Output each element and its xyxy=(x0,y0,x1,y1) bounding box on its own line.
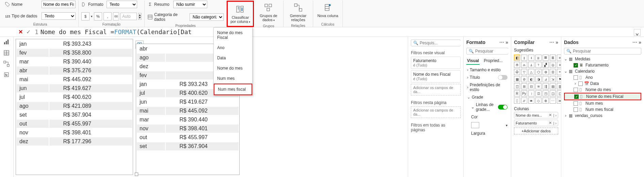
filter-card-faturamento[interactable]: Faturamento é (Tudo) xyxy=(411,57,461,69)
acc-grade[interactable]: ⌄Grade xyxy=(466,93,508,101)
table-row[interactable]: marR$ 390.440 xyxy=(17,58,132,66)
viz-icon[interactable]: ⫻ xyxy=(521,98,527,104)
tree-nome-mes-fiscal[interactable]: ✓⌷Nome do mes Fiscal xyxy=(564,93,641,100)
viz-icon[interactable]: Py xyxy=(521,90,527,97)
data-search[interactable]: 🔍 xyxy=(564,48,641,55)
viz-icon[interactable]: R xyxy=(514,90,520,97)
table-view-icon[interactable] xyxy=(3,50,10,57)
grade-toggle[interactable] xyxy=(498,105,508,109)
tab-visual[interactable]: Visual xyxy=(466,57,480,65)
viz-icon[interactable]: ⋯ xyxy=(550,98,556,104)
separator-button[interactable]: , xyxy=(103,12,112,20)
tab-properties[interactable]: Propried... xyxy=(483,57,503,65)
dropdown-item[interactable]: Nome do mes Fiscal xyxy=(214,28,252,43)
remove-field-icon[interactable]: ✕ xyxy=(549,121,552,125)
field-pill-nome-mes[interactable]: Nome do mes...✕ | › xyxy=(514,112,558,118)
viz-icon[interactable]: ≣ xyxy=(550,55,556,61)
viz-icon[interactable]: ⇶ xyxy=(543,83,549,89)
acc-predef[interactable]: ›Predefinições de estilo xyxy=(466,81,508,93)
decimals-input[interactable] xyxy=(120,13,137,20)
acc-tamanho[interactable]: ›Tamanho e estilo xyxy=(466,66,508,74)
add-data-button[interactable]: +Adicionar dados xyxy=(514,128,558,134)
viz-icon[interactable]: ▦ xyxy=(514,76,520,82)
acc-titulo[interactable]: ›Título xyxy=(466,74,508,81)
checkbox-icon[interactable]: ✓ xyxy=(574,94,579,99)
field-pill-faturamento[interactable]: Faturamento✕ | › xyxy=(514,120,558,126)
viz-icon[interactable]: ☲ xyxy=(535,90,542,97)
color-swatch[interactable] xyxy=(471,122,479,128)
cancel-formula-button[interactable]: ✕ xyxy=(18,29,23,35)
tree-ano[interactable]: ⌷Ano xyxy=(564,74,641,80)
checkbox-icon[interactable] xyxy=(574,107,578,112)
checkbox-icon[interactable] xyxy=(578,82,583,86)
sort-by-column-button[interactable]: Classificar por coluna ▾ xyxy=(228,2,252,25)
viz-icon[interactable]: ⊿ xyxy=(543,76,549,82)
data-groups-button[interactable]: Grupos de dados ▾ xyxy=(257,1,280,24)
viz-icon[interactable]: ▽ xyxy=(521,69,527,75)
add-fields-visual[interactable]: Adicionar os campos de da... xyxy=(411,84,461,95)
viz-pane-more[interactable]: ⋯ » xyxy=(549,40,558,45)
viz-icon[interactable]: ⊕ xyxy=(543,98,549,104)
viz-icon[interactable]: ≋ xyxy=(535,83,542,89)
viz-icon[interactable]: ⩕ xyxy=(521,62,527,68)
viz-icon[interactable]: ◑ xyxy=(535,76,542,82)
titulo-toggle[interactable] xyxy=(498,75,508,80)
table-row[interactable]: setR$ 367.904 xyxy=(17,111,132,119)
formula-expand-button[interactable]: ⌄ xyxy=(634,29,641,36)
table-row[interactable]: fevR$ 358.800 xyxy=(17,49,132,57)
dropdown-item-num-mes-fiscal[interactable]: Num mes fiscal xyxy=(214,84,252,95)
resize-handle[interactable] xyxy=(135,173,138,176)
viz-icon[interactable]: ▤ xyxy=(550,83,556,89)
viz-icon[interactable]: ◎ xyxy=(550,62,556,68)
viz-icon[interactable]: ⊘ xyxy=(521,76,527,82)
viz-icon[interactable]: ⩩ xyxy=(528,98,534,104)
manage-relations-button[interactable]: Gerenciar relações xyxy=(286,1,310,23)
viz-icon[interactable]: ◧ xyxy=(514,55,520,61)
viz-icon[interactable]: ◲ xyxy=(550,90,556,97)
table-row[interactable]: maiR$ 445.092 xyxy=(17,75,132,84)
table-row[interactable]: junR$ 419.627 xyxy=(137,98,239,106)
tree-num-mes-fiscal[interactable]: ⌷Num mes fiscal xyxy=(564,106,641,113)
dropdown-item[interactable]: Data xyxy=(214,53,252,63)
tree-data[interactable]: ›📅Data xyxy=(564,80,641,87)
viz-icon[interactable]: ⫾ xyxy=(528,55,534,61)
tree-faturamento[interactable]: ✓🖩Faturamento xyxy=(564,62,641,68)
percent-button[interactable]: % xyxy=(94,12,102,20)
format-select[interactable]: Texto xyxy=(107,1,137,8)
filters-search[interactable]: 🔍 xyxy=(411,40,461,46)
viz-icon[interactable]: ⚙ xyxy=(543,69,549,75)
data-pane-more[interactable]: ⋯ » xyxy=(632,40,641,45)
viz-icon[interactable]: ⫿ xyxy=(521,55,527,61)
viz-icon[interactable]: ⫯ xyxy=(535,62,542,68)
viz-icon[interactable]: ◫ xyxy=(514,83,520,89)
table-row[interactable]: dezR$ 177.296 xyxy=(17,137,132,146)
commit-formula-button[interactable]: ✓ xyxy=(26,29,31,35)
model-view-icon[interactable] xyxy=(3,61,10,68)
viz-icon[interactable]: ⇲ xyxy=(550,76,556,82)
table-row[interactable]: julR$ 400.620 xyxy=(17,93,132,101)
table-row[interactable]: maiR$ 445.092 xyxy=(137,107,239,115)
new-column-button[interactable]: Nova coluna xyxy=(316,1,340,19)
viz-icon[interactable]: △ xyxy=(528,69,534,75)
data-search-input[interactable] xyxy=(573,49,639,54)
table-row[interactable]: abrR$ 375.276 xyxy=(17,67,132,75)
table-row[interactable]: novR$ 398.401 xyxy=(17,129,132,137)
tree-medidas[interactable]: ⌄▦Medidas xyxy=(564,56,641,62)
viz-icon[interactable]: ◳ xyxy=(543,90,549,97)
currency-button[interactable]: $ xyxy=(81,12,90,20)
dax-view-icon[interactable]: fx xyxy=(3,72,10,78)
report-view-icon[interactable] xyxy=(3,39,10,46)
tree-vendas[interactable]: ›▦vendas_cursos xyxy=(564,113,641,119)
tree-nome-mes[interactable]: ⌷Nome do mes xyxy=(564,87,641,93)
format-pane-more[interactable]: ⋯ » xyxy=(499,40,508,45)
table-row[interactable]: setR$ 367.904 xyxy=(137,142,239,150)
checkbox-icon[interactable] xyxy=(574,75,578,80)
checkbox-icon[interactable] xyxy=(574,88,578,92)
viz-icon[interactable]: ⫫ xyxy=(528,62,534,68)
table-row[interactable]: agoR$ 421.089 xyxy=(17,102,132,110)
viz-icon[interactable]: ⦿ xyxy=(514,69,520,75)
viz-icon[interactable]: ⬡ xyxy=(535,69,542,75)
viz-icon[interactable]: ⫶ xyxy=(528,90,534,97)
acc-linhas-grade[interactable]: ⌄Linhas de grade... xyxy=(466,101,508,113)
table-row[interactable]: outR$ 455.997 xyxy=(17,120,132,128)
